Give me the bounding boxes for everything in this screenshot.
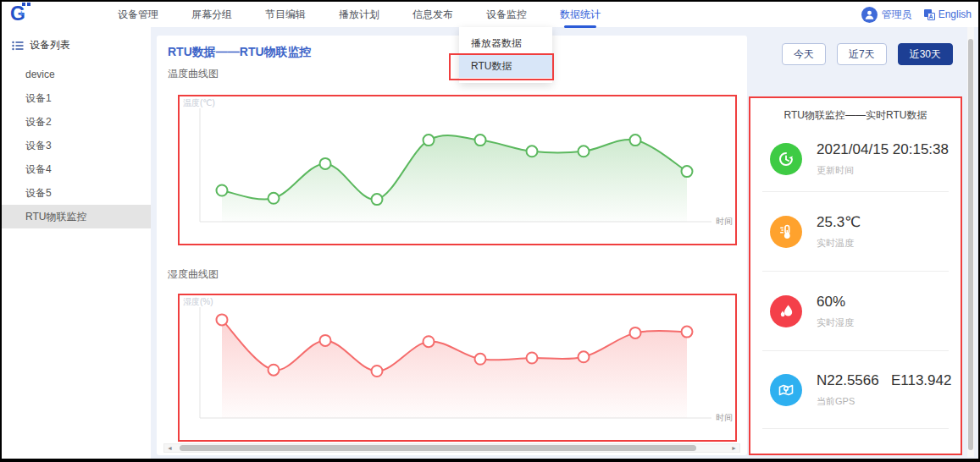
annotation-box-dropdown-item bbox=[449, 53, 554, 80]
humidity-chart: 湿度(%)时间 bbox=[180, 295, 735, 442]
nav-menu: 设备管理屏幕分组节目编辑播放计划信息发布设备监控数据统计 bbox=[109, 2, 625, 27]
sidebar-item-2[interactable]: 设备1 bbox=[2, 86, 151, 110]
vertical-scrollbar[interactable] bbox=[967, 27, 974, 457]
app-window: G 设备管理屏幕分组节目编辑播放计划信息发布设备监控数据统计 管理员 Engli… bbox=[0, 0, 980, 462]
stats-list: 2021/04/15 20:15:38更新时间25.3℃实时温度60%实时湿度N… bbox=[750, 127, 961, 429]
scroll-right-arrow-icon[interactable] bbox=[731, 444, 737, 452]
nav-item-3[interactable]: 节目编辑 bbox=[257, 2, 314, 27]
nav-item-6[interactable]: 设备监控 bbox=[478, 2, 535, 27]
horizontal-scrollbar-thumb[interactable] bbox=[180, 445, 696, 451]
sidebar: 设备列表 device设备1设备2设备3设备4设备5RTU物联监控 bbox=[2, 27, 151, 459]
scroll-left-arrow-icon[interactable] bbox=[167, 444, 173, 452]
stat-row-当前GPS: N22.5566 E113.942当前GPS bbox=[762, 351, 949, 429]
thermometer-icon bbox=[770, 216, 802, 248]
realtime-panel-title: RTU物联监控——实时RTU数据 bbox=[750, 98, 961, 127]
temperature-chart-title: 温度曲线图 bbox=[168, 67, 219, 81]
stat-label: 当前GPS bbox=[817, 395, 951, 408]
stat-text: N22.5566 E113.942当前GPS bbox=[817, 372, 951, 408]
stat-text: 25.3℃实时温度 bbox=[817, 213, 861, 250]
stat-label: 更新时间 bbox=[817, 164, 949, 177]
nav-item-1[interactable]: 设备管理 bbox=[109, 2, 167, 27]
top-navbar: G 设备管理屏幕分组节目编辑播放计划信息发布设备监控数据统计 管理员 Engli… bbox=[2, 2, 978, 27]
stat-value: N22.5566 E113.942 bbox=[817, 372, 951, 389]
temperature-chart: 温度(℃)时间 bbox=[180, 96, 735, 245]
stat-value: 60% bbox=[817, 294, 854, 311]
list-icon bbox=[12, 41, 24, 51]
stat-text: 60%实时湿度 bbox=[817, 294, 854, 329]
nav-item-2[interactable]: 屏幕分组 bbox=[183, 2, 241, 27]
stat-row-更新时间: 2021/04/15 20:15:38更新时间 bbox=[762, 127, 949, 192]
device-list-header: 设备列表 bbox=[2, 27, 151, 63]
dropdown-item-1[interactable]: 播放器数据 bbox=[459, 32, 552, 55]
user-avatar-icon[interactable] bbox=[861, 7, 878, 23]
sidebar-item-6[interactable]: 设备5 bbox=[2, 181, 151, 205]
svg-text:温度(℃): 温度(℃) bbox=[183, 98, 215, 107]
user-name[interactable]: 管理员 bbox=[882, 8, 912, 22]
nav-item-7[interactable]: 数据统计 bbox=[551, 2, 609, 27]
stat-value: 25.3℃ bbox=[817, 213, 861, 231]
range-button-1[interactable]: 今天 bbox=[782, 43, 826, 65]
logo-dots-icon bbox=[22, 3, 32, 6]
humidity-chart-title: 湿度曲线图 bbox=[168, 267, 219, 282]
nav-user-area: 管理员 English bbox=[861, 7, 978, 23]
svg-text:时间: 时间 bbox=[716, 413, 733, 422]
sidebar-item-7[interactable]: RTU物联监控 bbox=[2, 205, 151, 228]
update-time-icon bbox=[770, 143, 802, 175]
sidebar-item-1[interactable]: device bbox=[2, 63, 151, 86]
rtu-realtime-panel: RTU物联监控——实时RTU数据 2021/04/15 20:15:38更新时间… bbox=[749, 96, 962, 455]
stat-row-实时湿度: 60%实时湿度 bbox=[762, 272, 949, 351]
device-list: device设备1设备2设备3设备4设备5RTU物联监控 bbox=[2, 63, 151, 228]
svg-text:时间: 时间 bbox=[716, 217, 733, 226]
dropdown-item-2[interactable]: RTU数据 bbox=[459, 55, 552, 78]
main-panel: RTU数据——RTU物联监控 温度曲线图 温度(℃)时间 湿度曲线图 湿度(%)… bbox=[157, 36, 747, 455]
gps-icon bbox=[770, 374, 802, 406]
stat-row-实时温度: 25.3℃实时温度 bbox=[762, 192, 949, 272]
nav-item-5[interactable]: 信息发布 bbox=[404, 2, 462, 27]
app-logo[interactable]: G bbox=[2, 2, 41, 27]
nav-item-4[interactable]: 播放计划 bbox=[330, 2, 388, 27]
person-icon bbox=[864, 9, 875, 20]
translate-icon[interactable] bbox=[924, 9, 935, 20]
horizontal-scrollbar[interactable] bbox=[163, 443, 740, 453]
language-switch[interactable]: English bbox=[938, 8, 972, 20]
page-title: RTU数据——RTU物联监控 bbox=[168, 45, 312, 60]
translate-icon-front bbox=[927, 13, 935, 20]
device-list-title: 设备列表 bbox=[30, 38, 70, 52]
range-button-3[interactable]: 近30天 bbox=[898, 43, 953, 65]
annotation-box-humidity-chart: 湿度(%)时间 bbox=[178, 294, 737, 442]
svg-text:湿度(%): 湿度(%) bbox=[183, 297, 213, 306]
stat-text: 2021/04/15 20:15:38更新时间 bbox=[817, 141, 949, 177]
stat-value: 2021/04/15 20:15:38 bbox=[817, 141, 949, 158]
sidebar-item-4[interactable]: 设备3 bbox=[2, 134, 151, 157]
range-button-2[interactable]: 近7天 bbox=[837, 43, 887, 65]
stat-label: 实时温度 bbox=[817, 237, 861, 250]
temperature-chart-svg: 温度(℃)时间 bbox=[180, 96, 735, 242]
humidity-icon bbox=[770, 295, 802, 327]
data-stats-dropdown: 播放器数据RTU数据 bbox=[459, 27, 552, 83]
sidebar-item-3[interactable]: 设备2 bbox=[2, 110, 151, 134]
stat-label: 实时湿度 bbox=[817, 316, 854, 329]
logo-plus-icon bbox=[19, 8, 24, 19]
humidity-chart-svg: 湿度(%)时间 bbox=[180, 295, 735, 438]
time-range-buttons: 今天近7天近30天 bbox=[782, 43, 953, 65]
vertical-scrollbar-thumb[interactable] bbox=[968, 39, 973, 450]
sidebar-item-5[interactable]: 设备4 bbox=[2, 157, 151, 181]
annotation-box-temperature-chart: 温度(℃)时间 bbox=[178, 95, 737, 245]
